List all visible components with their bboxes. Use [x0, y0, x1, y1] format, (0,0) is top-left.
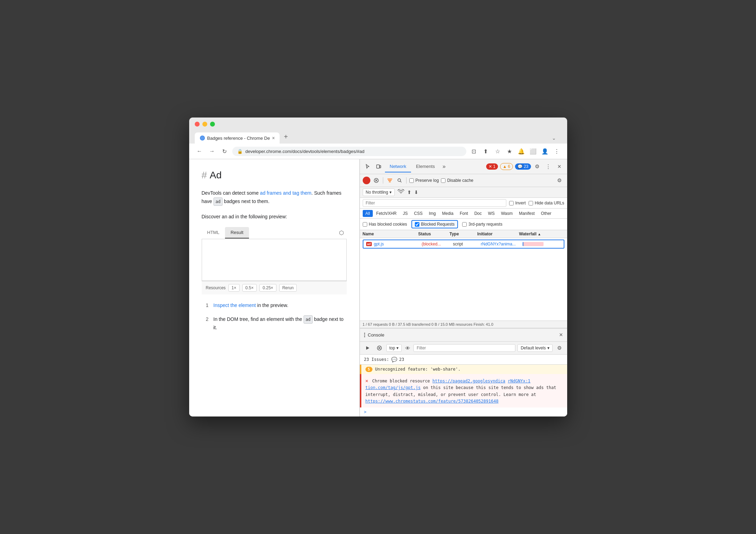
- dt-tab-network[interactable]: Network: [385, 161, 411, 172]
- dt-tab-elements[interactable]: Elements: [411, 161, 440, 172]
- table-row[interactable]: ad gpt.js (blocked... script rNdGNYx?ani…: [363, 240, 564, 249]
- invert-input[interactable]: [509, 201, 514, 205]
- hide-data-urls-checkbox[interactable]: Hide data URLs: [529, 201, 564, 205]
- scale-025x-button[interactable]: 0.25×: [259, 284, 276, 292]
- browser-tab-active[interactable]: Badges reference - Chrome De ×: [195, 132, 280, 144]
- error-link-gpt[interactable]: tion.com/tag/js/gpt.js: [365, 385, 421, 390]
- tab-list-more[interactable]: ⌄: [549, 132, 559, 144]
- third-party-checkbox[interactable]: 3rd-party requests: [462, 222, 502, 227]
- console-filter-input[interactable]: [413, 344, 515, 352]
- preview-tab-icon[interactable]: ⬡: [336, 227, 347, 239]
- scale-05x-button[interactable]: 0.5×: [242, 284, 257, 292]
- has-blocked-cookies-checkbox[interactable]: Has blocked cookies: [363, 222, 407, 227]
- tab-close-button[interactable]: ×: [272, 135, 275, 141]
- back-button[interactable]: ←: [195, 146, 204, 156]
- close-traffic-light[interactable]: [195, 122, 200, 127]
- context-label: top: [389, 346, 395, 350]
- element-cursor-icon[interactable]: [363, 162, 372, 171]
- row-name-cell: ad gpt.js: [366, 242, 422, 246]
- clear-button[interactable]: [372, 177, 380, 184]
- error-link-1[interactable]: https://pagead2.googlesyndica: [433, 379, 506, 383]
- third-party-input[interactable]: [462, 222, 467, 227]
- hide-data-urls-input[interactable]: [529, 201, 533, 205]
- preserve-log-input[interactable]: [409, 178, 414, 183]
- filter-input[interactable]: [363, 199, 506, 207]
- type-btn-manifest[interactable]: Manifest: [516, 210, 537, 217]
- device-toggle-icon[interactable]: [374, 162, 384, 171]
- notifications-icon[interactable]: 🔔: [516, 146, 526, 156]
- type-btn-media[interactable]: Media: [439, 210, 456, 217]
- chat-icon: 💬: [517, 164, 523, 169]
- type-btn-css[interactable]: CSS: [411, 210, 426, 217]
- upload-throttle-icon[interactable]: ⬆: [407, 189, 411, 195]
- bookmark-icon[interactable]: ☆: [493, 146, 502, 156]
- filter-button[interactable]: [386, 177, 394, 184]
- split-icon[interactable]: ⬜: [528, 146, 538, 156]
- type-btn-img[interactable]: Img: [426, 210, 439, 217]
- url-bar[interactable]: 🔒 developer.chrome.com/docs/devtools/ele…: [232, 147, 466, 156]
- console-context-select[interactable]: top ▾: [386, 344, 402, 352]
- type-btn-ws[interactable]: WS: [485, 210, 497, 217]
- disable-cache-input[interactable]: [441, 178, 445, 183]
- devtools-settings-icon[interactable]: ⚙: [532, 162, 542, 171]
- console-close-button[interactable]: ×: [559, 331, 563, 339]
- issues-count: 23: [399, 357, 404, 362]
- console-settings-icon[interactable]: ⚙: [555, 343, 564, 353]
- type-btn-js[interactable]: JS: [400, 210, 411, 217]
- invert-checkbox[interactable]: Invert: [509, 201, 526, 205]
- para1-start: DevTools can detect some: [202, 190, 260, 196]
- extension-icon[interactable]: ★: [505, 146, 514, 156]
- dt-tabs-more[interactable]: »: [440, 161, 448, 172]
- console-eye-icon[interactable]: 👁: [404, 344, 411, 352]
- console-run-icon[interactable]: [363, 343, 372, 353]
- network-settings-icon[interactable]: ⚙: [555, 176, 564, 185]
- throttle-select[interactable]: No throttling ▾: [363, 188, 395, 196]
- cast-icon[interactable]: ⊡: [469, 146, 479, 156]
- devtools-close-button[interactable]: ×: [555, 162, 564, 171]
- type-btn-all[interactable]: All: [363, 210, 373, 217]
- rerun-button[interactable]: Rerun: [279, 284, 297, 292]
- search-button[interactable]: [396, 177, 403, 184]
- throttle-chevron: ▾: [389, 190, 392, 195]
- new-tab-button[interactable]: +: [280, 130, 292, 144]
- tab-label: Badges reference - Chrome De: [207, 136, 270, 141]
- error-circle-icon: ✕: [365, 378, 368, 383]
- toolbar-separator-1: [383, 177, 383, 184]
- url-text: developer.chrome.com/docs/devtools/eleme…: [246, 149, 365, 154]
- ad-frames-link[interactable]: ad frames and tag them: [260, 190, 312, 196]
- disable-cache-checkbox[interactable]: Disable cache: [441, 178, 473, 183]
- preview-controls: Resources 1× 0.5× 0.25× Rerun: [202, 281, 347, 294]
- tab-html[interactable]: HTML: [202, 227, 225, 238]
- type-btn-wasm[interactable]: Wasm: [498, 210, 516, 217]
- maximize-traffic-light[interactable]: [210, 122, 215, 127]
- warning-icon: ▲: [503, 164, 507, 169]
- type-btn-doc[interactable]: Doc: [472, 210, 484, 217]
- console-prompt[interactable]: >: [360, 407, 567, 416]
- forward-button[interactable]: →: [207, 146, 217, 156]
- reload-button[interactable]: ↻: [220, 146, 230, 156]
- step-2-badge: ad: [304, 315, 313, 324]
- inspect-element-link[interactable]: Inspect the element: [214, 302, 256, 308]
- profile-icon[interactable]: 👤: [540, 146, 550, 156]
- record-button[interactable]: [363, 177, 370, 184]
- minimize-traffic-light[interactable]: [202, 122, 207, 127]
- chrome-menu-icon[interactable]: ⋮: [552, 146, 562, 156]
- type-btn-fetch-xhr[interactable]: Fetch/XHR: [373, 210, 400, 217]
- dt-badges: ✕ 1 ▲ 6 💬 23: [486, 163, 531, 170]
- console-levels-select[interactable]: Default levels ▾: [517, 344, 552, 352]
- error-learn-more-link[interactable]: https://www.chromestatus.com/feature/573…: [365, 399, 499, 404]
- download-throttle-icon[interactable]: ⬇: [414, 189, 418, 195]
- console-clear-icon[interactable]: [375, 343, 384, 353]
- console-drag-handle[interactable]: [364, 333, 365, 337]
- throttle-label: No throttling: [366, 190, 388, 195]
- share-icon[interactable]: ⬆: [481, 146, 491, 156]
- tab-result[interactable]: Result: [225, 227, 249, 238]
- type-btn-font[interactable]: Font: [457, 210, 471, 217]
- preserve-log-checkbox[interactable]: Preserve log: [409, 178, 439, 183]
- devtools-menu-icon[interactable]: ⋮: [544, 162, 553, 171]
- blocked-requests-input[interactable]: [415, 222, 419, 227]
- tab-favicon: [200, 135, 205, 141]
- scale-1x-button[interactable]: 1×: [228, 284, 240, 292]
- type-btn-other[interactable]: Other: [538, 210, 554, 217]
- has-blocked-cookies-input[interactable]: [363, 222, 367, 227]
